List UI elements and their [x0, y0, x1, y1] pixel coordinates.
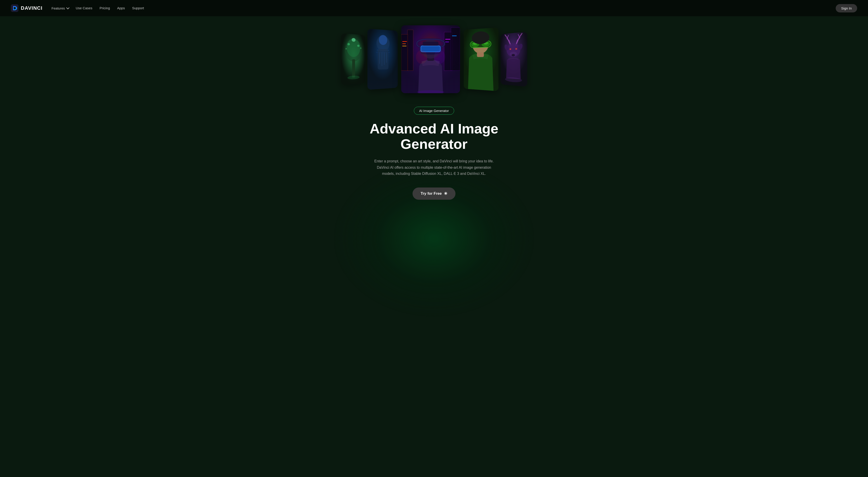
- logo-icon: [11, 4, 19, 12]
- svg-point-40: [416, 50, 427, 64]
- gallery-card-1: [341, 33, 365, 86]
- sparkle-icon: ✳: [444, 191, 447, 196]
- gallery-card-2: [368, 29, 398, 90]
- try-for-free-button[interactable]: Try for Free ✳: [412, 187, 456, 200]
- image-gallery: [348, 23, 520, 95]
- svg-rect-22: [408, 30, 413, 70]
- gallery-card-4: [464, 27, 498, 91]
- svg-rect-26: [402, 43, 406, 44]
- sign-in-button[interactable]: Sign In: [836, 4, 857, 12]
- nav-link-apps[interactable]: Apps: [117, 6, 125, 10]
- svg-rect-30: [452, 35, 457, 36]
- nav-item-use-cases[interactable]: Use Cases: [76, 6, 92, 10]
- nav-item-support[interactable]: Support: [132, 6, 144, 10]
- svg-point-41: [434, 50, 445, 64]
- nav-link-features[interactable]: Features: [52, 6, 68, 10]
- logo-text: DAVINCI: [21, 5, 42, 11]
- page-title: Advanced AI Image Generator: [355, 121, 513, 152]
- nav-link-support[interactable]: Support: [132, 6, 144, 10]
- chevron-down-icon: [66, 6, 69, 9]
- nav-link-pricing[interactable]: Pricing: [99, 6, 110, 10]
- gallery-card-3: [401, 25, 460, 93]
- svg-rect-24: [451, 28, 460, 70]
- svg-rect-10: [352, 59, 355, 78]
- svg-rect-27: [402, 46, 406, 47]
- svg-rect-21: [401, 34, 408, 70]
- svg-rect-18: [378, 49, 388, 69]
- nav-item-features[interactable]: Features: [52, 6, 68, 10]
- logo[interactable]: DAVINCI: [11, 4, 42, 12]
- nav-links: Features Use Cases Pricing Apps Support: [52, 6, 144, 10]
- try-free-label: Try for Free: [421, 191, 442, 196]
- svg-rect-52: [477, 53, 484, 57]
- nav-item-pricing[interactable]: Pricing: [99, 6, 110, 10]
- svg-rect-28: [445, 39, 450, 39]
- hero-description: Enter a prompt, choose an art style, and…: [371, 158, 497, 177]
- gallery-card-5: [500, 32, 527, 87]
- hero-section: AI Image Generator Advanced AI Image Gen…: [0, 16, 868, 200]
- nav-item-apps[interactable]: Apps: [117, 6, 125, 10]
- nav-link-use-cases[interactable]: Use Cases: [76, 6, 92, 10]
- navbar: DAVINCI Features Use Cases Pricing Apps …: [0, 0, 868, 16]
- svg-rect-38: [423, 41, 438, 46]
- hero-badge: AI Image Generator: [414, 107, 454, 115]
- svg-rect-25: [402, 41, 407, 42]
- svg-rect-29: [445, 41, 449, 42]
